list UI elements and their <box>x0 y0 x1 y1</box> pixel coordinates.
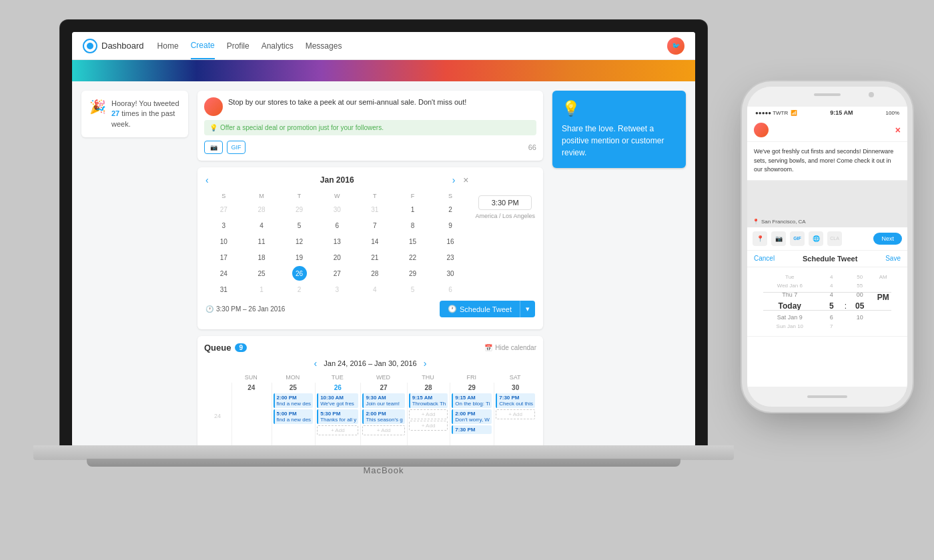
cal-day[interactable]: 16 <box>443 234 458 249</box>
user-avatar[interactable]: 🐦 <box>667 37 684 55</box>
cal-next-button[interactable]: › <box>452 175 456 185</box>
cal-day[interactable]: 20 <box>330 250 344 265</box>
cal-day[interactable]: 30 <box>330 202 344 217</box>
cal-day[interactable]: 5 <box>292 218 307 233</box>
add-event-button-thu2[interactable]: + Add <box>409 421 448 431</box>
tweet-event[interactable]: 9:15 AM Throwback Th <box>409 393 448 408</box>
retweet-icon: 💡 <box>562 100 676 117</box>
cal-day[interactable]: 21 <box>368 250 382 265</box>
tweet-event[interactable]: 7:30 PM Check out this <box>496 393 535 408</box>
wifi-icon: 📶 <box>791 110 797 116</box>
cal-day[interactable]: 17 <box>216 250 231 265</box>
cal-day[interactable]: 10 <box>216 234 231 249</box>
cal-day[interactable]: 1 <box>405 202 420 217</box>
cal-day[interactable]: 31 <box>216 282 231 297</box>
tweet-event[interactable]: 2:00 PM Don't worry, W <box>452 409 492 424</box>
cal-day[interactable]: 28 <box>368 266 382 281</box>
cal-day[interactable]: 23 <box>443 250 458 265</box>
cal-day[interactable]: 6 <box>330 218 344 233</box>
iphone-chart-btn[interactable]: CLA <box>827 231 842 246</box>
nav-create[interactable]: Create <box>191 33 215 59</box>
queue-next-button[interactable]: › <box>424 358 427 369</box>
cal-day[interactable]: 28 <box>254 202 269 217</box>
cal-day[interactable]: 8 <box>405 218 420 233</box>
cal-day[interactable]: 30 <box>443 266 458 281</box>
add-event-button-tue[interactable]: + Add <box>317 425 358 435</box>
picker-hour-5: 5 <box>820 299 843 313</box>
nav-analytics[interactable]: Analytics <box>262 33 294 59</box>
cal-day[interactable]: 4 <box>254 218 269 233</box>
cal-day[interactable]: 7 <box>368 218 382 233</box>
tweet-suggestion: 💡 Offer a special deal or promotion just… <box>204 120 536 135</box>
queue-label: Queue <box>204 343 231 353</box>
cal-day-selected[interactable]: 26 <box>292 266 307 281</box>
tweet-event[interactable]: 2:00 PM find a new des <box>274 393 314 408</box>
cal-day[interactable]: 3 <box>216 218 231 233</box>
tweet-event[interactable]: 9:30 AM Join our team! <box>362 393 404 408</box>
time-input[interactable]: 3:30 PM <box>478 195 532 210</box>
cal-day[interactable]: 15 <box>405 234 420 249</box>
tweet-event[interactable]: 5:30 PM Thanks for all y <box>317 409 358 424</box>
add-event-button-wed[interactable]: + Add <box>362 425 404 435</box>
cal-day[interactable]: 13 <box>330 234 344 249</box>
add-event-button-sat[interactable]: + Add <box>496 409 535 419</box>
cal-day[interactable]: 27 <box>330 266 344 281</box>
cal-day[interactable]: 24 <box>216 266 231 281</box>
nav-home[interactable]: Home <box>157 33 179 59</box>
cal-prev-button[interactable]: ‹ <box>205 175 209 185</box>
week-header-thu: THU <box>407 373 450 382</box>
cal-day[interactable]: 14 <box>368 234 382 249</box>
cal-day[interactable]: 25 <box>254 266 269 281</box>
picker-hour-4c: 4 <box>820 290 843 299</box>
cal-day[interactable]: 2 <box>292 282 307 297</box>
promo-count: 27 <box>111 109 119 117</box>
cal-day[interactable]: 3 <box>330 282 344 297</box>
cal-day[interactable]: 31 <box>368 202 382 217</box>
iphone-gif-btn[interactable]: GIF <box>790 231 805 246</box>
tweet-event[interactable]: 7:30 PM <box>452 425 492 434</box>
gif-button[interactable]: GIF <box>227 141 246 154</box>
nav-messages[interactable]: Messages <box>306 33 342 59</box>
tweet-event[interactable]: 9:15 AM On the blog: Ti <box>452 393 492 408</box>
tweet-event[interactable]: 5:00 PM find a new des <box>274 409 314 424</box>
left-panel: 🎉 Hooray! You tweeted 27 times in the pa… <box>81 91 188 437</box>
schedule-dropdown-button[interactable]: ▾ <box>520 301 535 317</box>
cal-day[interactable]: 5 <box>405 282 420 297</box>
tweet-compose: Stop by our stores to take a peek at our… <box>197 91 543 161</box>
week-num-header <box>204 373 231 382</box>
hide-calendar-button[interactable]: 📅 Hide calendar <box>484 344 536 351</box>
tweet-text[interactable]: Stop by our stores to take a peek at our… <box>228 97 536 116</box>
nav-profile[interactable]: Profile <box>227 33 250 59</box>
iphone-save-button[interactable]: Save <box>885 255 901 262</box>
cal-day[interactable]: 19 <box>292 250 307 265</box>
iphone-avatar <box>754 123 769 137</box>
iphone-globe-btn[interactable]: 🌐 <box>809 231 823 246</box>
schedule-tweet-button[interactable]: 🕐 Schedule Tweet <box>440 301 520 317</box>
cal-day[interactable]: 4 <box>368 282 382 297</box>
iphone-camera-btn[interactable]: 📷 <box>771 231 786 246</box>
cal-day[interactable]: 12 <box>292 234 307 249</box>
cal-day[interactable]: 27 <box>216 202 231 217</box>
cal-day[interactable]: 6 <box>443 282 458 297</box>
picker-colon: : <box>843 282 848 331</box>
event-time: 10:30 AM <box>320 395 356 401</box>
iphone-cancel-button[interactable]: Cancel <box>754 255 775 262</box>
cal-day[interactable]: 22 <box>405 250 420 265</box>
cal-day[interactable]: 11 <box>254 234 269 249</box>
camera-button[interactable]: 📷 <box>204 141 223 154</box>
cal-day[interactable]: 18 <box>254 250 269 265</box>
iphone-close-button[interactable]: × <box>895 125 901 135</box>
add-event-button-thu1[interactable]: + Add <box>409 409 448 419</box>
cal-day[interactable]: 29 <box>405 266 420 281</box>
iphone-next-button[interactable]: Next <box>873 233 902 245</box>
queue-prev-button[interactable]: ‹ <box>314 358 318 369</box>
cal-close-button[interactable]: × <box>463 175 468 185</box>
cal-day[interactable]: 2 <box>443 202 458 217</box>
cal-day[interactable]: 9 <box>443 218 458 233</box>
cal-day[interactable]: 1 <box>254 282 269 297</box>
cal-day[interactable]: 29 <box>292 202 307 217</box>
calendar-icon: 📅 <box>484 344 492 351</box>
tweet-event[interactable]: 10:30 AM We've got fres <box>317 393 358 408</box>
iphone-location-btn[interactable]: 📍 <box>753 231 767 246</box>
tweet-event[interactable]: 2:00 PM This season's g <box>362 409 404 424</box>
